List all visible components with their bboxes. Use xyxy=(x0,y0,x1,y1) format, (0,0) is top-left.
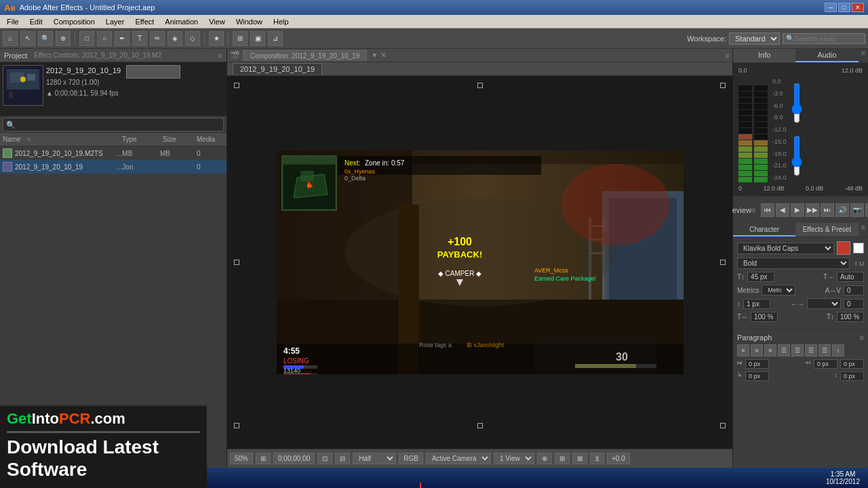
effect-controls-tab[interactable]: Effect Controls: 2012_9_19_20_10_19.M2 xyxy=(34,52,161,59)
menu-composition[interactable]: Composition xyxy=(48,17,100,26)
align-justify-all-btn[interactable]: ☰ xyxy=(805,344,817,357)
paragraph-panel-menu[interactable]: ≡ xyxy=(860,333,864,342)
right-audio-slider[interactable] xyxy=(791,136,802,176)
maximize-button[interactable]: □ xyxy=(838,3,850,12)
info-panel-menu[interactable]: ≡ xyxy=(859,49,868,62)
comp-channels[interactable]: RGB xyxy=(399,453,423,464)
v-scale-input[interactable] xyxy=(837,312,864,322)
preview-next-frame-btn[interactable]: ▶▶ xyxy=(806,203,819,217)
zoom-tool[interactable]: 🔍 xyxy=(38,31,53,46)
workspace-select[interactable]: Standard xyxy=(729,33,780,45)
comp-quality-select[interactable]: Half Full Quarter xyxy=(353,453,396,464)
project-item-footage[interactable]: 2012_9_19_20_10_19.M2TS ...MB MB 0 xyxy=(0,146,226,160)
menu-window[interactable]: Window xyxy=(231,17,268,26)
camera-tool[interactable]: ⊕ xyxy=(56,31,71,46)
align-right-btn[interactable]: ≡ xyxy=(764,344,776,357)
menu-edit[interactable]: Edit xyxy=(24,17,48,26)
project-search-input[interactable] xyxy=(3,118,224,131)
tracking-input[interactable] xyxy=(844,285,864,296)
ellipse-tool[interactable]: ○ xyxy=(97,31,112,46)
playhead[interactable] xyxy=(420,483,421,488)
clone-tool[interactable]: ◈ xyxy=(167,31,182,46)
preview-audio-btn[interactable]: 🔊 xyxy=(835,203,849,217)
project-item-comp[interactable]: 2012_9_19_20_10_19 ...Jon 0 xyxy=(0,160,226,174)
menu-view[interactable]: View xyxy=(203,17,231,26)
comp-close-icon[interactable]: ✕ xyxy=(380,51,387,60)
comp-views-select[interactable]: 1 View xyxy=(494,453,534,464)
left-indent-input[interactable] xyxy=(745,359,769,369)
comp-3d-icon[interactable]: ⊕ xyxy=(537,453,552,464)
preview-play-btn[interactable]: ▶ xyxy=(791,203,804,217)
preview-settings-btn[interactable]: ⊞ xyxy=(865,203,868,217)
menu-animation[interactable]: Animation xyxy=(159,17,203,26)
comp-resolution-icon[interactable]: ⊞ xyxy=(256,453,271,464)
sort-icon[interactable]: ▼ xyxy=(25,136,32,143)
audio-tab[interactable]: Audio xyxy=(795,49,858,62)
minimize-button[interactable]: ─ xyxy=(825,3,837,12)
indent-input[interactable] xyxy=(844,299,864,309)
align-justify-btn[interactable]: ☰ xyxy=(778,344,790,357)
active-comp-tab[interactable]: 2012_9_19_20_10_19 xyxy=(233,63,322,75)
comp-offset[interactable]: +0.0 xyxy=(607,453,630,464)
pen-tool[interactable]: ✒ xyxy=(115,31,130,46)
comp-motion-icon[interactable]: ⊻ xyxy=(590,453,604,464)
font-color-swatch-2[interactable] xyxy=(853,243,864,253)
preview-last-frame-btn[interactable]: ⏭ xyxy=(821,203,834,217)
menu-help[interactable]: Help xyxy=(268,17,294,26)
home-tool[interactable]: ⌂ xyxy=(3,31,18,46)
panel-menu-icon[interactable]: ≡ xyxy=(218,52,222,60)
comp-timecode-display[interactable]: 0;00;00;00 xyxy=(273,453,315,464)
comp-dropdown-icon[interactable]: ▼ xyxy=(371,52,378,59)
comp-canvas[interactable]: Next: Zone in: 0:57 0x_Hyenas 0_Delta +1… xyxy=(227,76,732,449)
paint-tool[interactable]: ✏ xyxy=(150,31,165,46)
3d-tool[interactable]: ⊿ xyxy=(268,31,283,46)
font-color-swatch[interactable] xyxy=(837,241,850,255)
font-family-select[interactable]: Klavika Bold Caps xyxy=(737,243,834,254)
comp-magnification[interactable]: 50% xyxy=(230,453,253,464)
first-line-input[interactable] xyxy=(745,371,769,381)
comp-render-icon[interactable]: ⊡ xyxy=(317,453,332,464)
kerning-select[interactable]: Metrics xyxy=(762,285,795,296)
preview-prev-frame-btn[interactable]: ◀ xyxy=(776,203,789,217)
h-scale-input[interactable] xyxy=(751,312,778,322)
character-tab[interactable]: Character xyxy=(733,223,795,237)
preview-panel-menu[interactable]: ≡ xyxy=(751,206,755,214)
comp-panel-menu[interactable]: ≡ xyxy=(726,52,730,60)
comp-grid-icon[interactable]: ⊞ xyxy=(555,453,570,464)
align-justify-last-btn[interactable]: ☰ xyxy=(791,344,804,357)
eraser-tool[interactable]: ◇ xyxy=(185,31,200,46)
mask-tool[interactable]: ▣ xyxy=(250,31,265,46)
puppet-tool[interactable]: ★ xyxy=(209,31,224,46)
top-indent-input[interactable] xyxy=(840,359,864,369)
align-justify-force-btn[interactable]: ☰ xyxy=(818,344,831,357)
left-audio-slider[interactable] xyxy=(791,83,802,123)
menu-file[interactable]: File xyxy=(1,17,24,26)
info-tab[interactable]: Info xyxy=(733,49,795,62)
align-left-btn[interactable]: ≡ xyxy=(737,344,749,357)
menu-layer[interactable]: Layer xyxy=(100,17,130,26)
preview-snapshot-btn[interactable]: 📷 xyxy=(850,203,864,217)
preview-first-frame-btn[interactable]: ⏮ xyxy=(761,203,774,217)
font-leading-input[interactable] xyxy=(837,272,864,282)
space-after-input[interactable] xyxy=(840,371,864,381)
comp-camera-select[interactable]: Active Camera xyxy=(426,453,491,464)
help-search-box[interactable]: 🔍 xyxy=(783,33,865,44)
effects-preset-tab[interactable]: Effects & Preset xyxy=(795,223,858,237)
char-panel-menu[interactable]: ≡ xyxy=(859,223,868,237)
font-size-input[interactable] xyxy=(747,272,774,282)
direction-btn[interactable]: ↕ xyxy=(832,344,844,357)
comp-safe-icon[interactable]: ⊠ xyxy=(572,453,587,464)
menu-effect[interactable]: Effect xyxy=(130,17,159,26)
close-button[interactable]: ✕ xyxy=(852,3,864,12)
rect-tool[interactable]: □ xyxy=(79,31,94,46)
text-tool[interactable]: T xyxy=(132,31,147,46)
comp-preview-icon[interactable]: ⊟ xyxy=(335,453,350,464)
help-search-input[interactable] xyxy=(794,35,862,43)
select-tool[interactable]: ↖ xyxy=(20,31,35,46)
font-style-select[interactable]: Bold xyxy=(737,258,850,269)
line-spacing-input[interactable] xyxy=(743,299,770,309)
align-center-btn[interactable]: ≡ xyxy=(751,344,763,357)
right-indent-input[interactable] xyxy=(814,359,837,369)
indent-select[interactable] xyxy=(807,298,841,309)
snap-tool[interactable]: ⊞ xyxy=(233,31,248,46)
